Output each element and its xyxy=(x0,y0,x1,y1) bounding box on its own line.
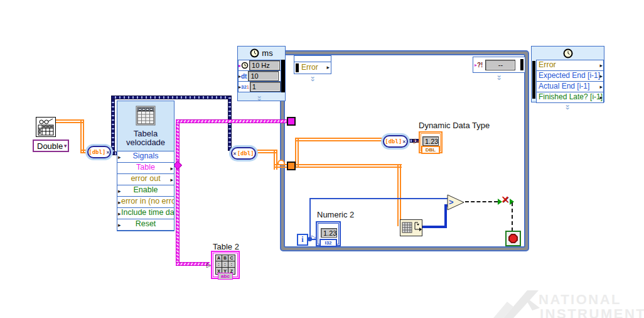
output-node-chevron[interactable]: ⌄⌄ xyxy=(561,103,574,108)
config-row-offset[interactable]: ▸ 32 1 1 xyxy=(238,81,281,92)
wire-array-out-h[interactable] xyxy=(422,226,447,228)
output-arrow-icon: ▸ xyxy=(599,95,603,101)
glasses-table-icon xyxy=(36,118,55,136)
wire-table-to-tunnel[interactable] xyxy=(176,119,287,123)
terminal-include-time[interactable]: ▸Include time dat xyxy=(117,207,174,219)
table2-indicator[interactable]: A B C : : : X Y Z abc xyxy=(211,251,240,279)
terminal-label: Signals xyxy=(133,151,159,160)
wire-dynamic-riser-right[interactable] xyxy=(228,96,232,151)
wire-table-to-table2[interactable] xyxy=(176,262,210,266)
loop-condition-terminal[interactable] xyxy=(505,231,521,246)
wire-broken-v[interactable] xyxy=(512,202,513,231)
combo-arrow-icon[interactable]: ▼ xyxy=(63,143,70,149)
loop-iteration-terminal[interactable]: i xyxy=(297,234,308,246)
dbl-type-tag: DBL xyxy=(421,146,440,154)
type-combo-double[interactable]: Double ▼ xyxy=(33,140,69,152)
config-node-bar xyxy=(281,60,285,92)
wire-orange-to-tunnel[interactable] xyxy=(274,164,288,168)
dynamic-indicator-value[interactable]: 1.23 xyxy=(422,136,439,146)
tunnel-orange-array[interactable] xyxy=(287,162,296,170)
input-arrow-icon: ▷ xyxy=(414,138,419,145)
table-reader-subvi-icon[interactable] xyxy=(36,117,56,137)
broken-wire-x-icon[interactable]: ✕ xyxy=(501,194,509,206)
numeric2-indicator[interactable]: 1.23 I32 xyxy=(316,221,341,246)
express-vi-title-line2: velocidade xyxy=(117,138,174,147)
wire-orange-to-gridnode-h[interactable] xyxy=(295,164,402,168)
cap2-body: [dbl] xyxy=(237,150,254,156)
array-size-node[interactable] xyxy=(400,219,422,236)
config-unit-label: ms xyxy=(262,48,272,58)
config-dt-value[interactable]: 10 xyxy=(248,71,279,81)
dynamic-data-indicator[interactable]: 1.23 DBL xyxy=(419,131,443,153)
timing-source-icon xyxy=(241,62,249,69)
terminal-label: Finished Late? [i-1] xyxy=(539,92,603,101)
wakeup-reason-icon: ?! xyxy=(477,62,483,69)
tunnel-pink-table[interactable] xyxy=(287,117,296,126)
terminal-label: error in (no error xyxy=(121,197,174,206)
terminal-reset[interactable]: ▸Reset xyxy=(117,219,174,231)
terminal-signals[interactable]: ▸Signals xyxy=(117,151,174,163)
output-node-header xyxy=(532,47,604,60)
i32-icon-sub: 1 xyxy=(247,85,249,89)
output-arrow-icon: ▸ xyxy=(599,84,603,90)
labview-block-diagram: NATIONAL INSTRUMENTS ✕ xyxy=(0,0,644,318)
cap3-body: [dbl] xyxy=(385,138,402,145)
wire-broken-h[interactable] xyxy=(465,201,498,202)
wire-i-to-comparison[interactable] xyxy=(309,198,449,199)
greater-than-node[interactable]: > xyxy=(447,194,465,211)
i32-icon: 32 xyxy=(241,84,247,90)
convert-to-dynamic-node-2[interactable]: [dbl]✕ xyxy=(383,135,408,148)
config-row-dt[interactable]: ▸ dt 10 xyxy=(238,70,281,82)
timed-loop-left-data-node[interactable]: Error ▸ xyxy=(294,55,331,74)
dynamic-indicator-label: Dynamic Data Type xyxy=(419,121,490,130)
wire-orange-to-cap3[interactable] xyxy=(295,138,384,141)
terminal-expected-end[interactable]: Expected End [i-1]▸ xyxy=(536,70,604,82)
timed-loop-config-node[interactable]: ms ▸ 10 Hz ▸ dt 10 ▸ 32 1 1 ⌄⌄ xyxy=(237,46,286,101)
left-node-chevron[interactable]: ⌄⌄ xyxy=(306,75,319,80)
express-vi-title-line1: Tabela xyxy=(117,129,174,138)
dt-label: dt xyxy=(241,73,247,80)
convert-to-dynamic-node[interactable]: [dbl]✕ xyxy=(87,146,111,158)
terminal-enable[interactable]: ▸Enable xyxy=(117,185,174,197)
terminal-label: Reset xyxy=(136,219,156,228)
ni-watermark: NATIONAL INSTRUMENTS xyxy=(493,288,644,318)
express-vi-tabela-velocidade[interactable]: Tabela velocidade ▸Signals Table▸ error … xyxy=(117,101,174,231)
wire-table-down[interactable] xyxy=(176,165,180,264)
stop-sign-icon xyxy=(508,234,518,243)
output-arrow-icon: ▸ xyxy=(170,165,173,171)
numeric2-value[interactable]: 1.23 xyxy=(321,228,337,238)
config-collapse-chevron[interactable]: ⌄⌄ xyxy=(253,94,266,99)
config-rate-value[interactable]: 10 Hz xyxy=(249,60,280,70)
convert-from-dynamic-node[interactable]: ✕[dbl] xyxy=(231,147,256,160)
terminal-actual-end[interactable]: Actual End [i-1]▸ xyxy=(536,81,604,92)
timed-loop-output-node[interactable]: Error▸ Expected End [i-1]▸ Actual End [i… xyxy=(531,46,604,102)
table-express-icon xyxy=(135,105,158,128)
wire-orange-to-gridnode-v[interactable] xyxy=(397,164,401,226)
wire-orange-icon-out-v[interactable] xyxy=(80,119,84,153)
wire-dynamic-top-h[interactable] xyxy=(111,96,232,99)
input-arrow-icon: ▸ xyxy=(118,188,121,194)
terminal-error-out[interactable]: error out▸ xyxy=(117,173,174,185)
output-arrow-icon: ▸ xyxy=(326,64,330,70)
clock-icon xyxy=(250,48,259,58)
wire-table-up[interactable] xyxy=(176,119,180,167)
wire-i-riser[interactable] xyxy=(309,199,311,240)
right-node-value[interactable]: -- xyxy=(485,60,515,70)
data-node-bar xyxy=(296,63,299,72)
cap1-body: [dbl] xyxy=(89,149,105,155)
cap1-x: ✕ xyxy=(106,149,109,155)
output-arrow-icon: ▸ xyxy=(599,63,603,69)
right-node-chevron[interactable]: ⌄⌄ xyxy=(493,74,505,79)
watermark-line2: INSTRUMENTS xyxy=(540,306,644,318)
wire-dynamic-riser-left[interactable] xyxy=(111,96,115,155)
terminal-error-in[interactable]: ▸error in (no error xyxy=(117,196,174,208)
config-row-rate[interactable]: ▸ 10 Hz xyxy=(238,60,281,71)
terminal-table[interactable]: Table▸ xyxy=(117,162,174,174)
input-arrow-icon: ▸ xyxy=(118,211,121,216)
config-offset-value[interactable]: 1 xyxy=(250,82,281,92)
cap3-x: ✕ xyxy=(402,138,405,145)
terminal-error[interactable]: Error▸ xyxy=(536,60,604,71)
wire-orange-cap2-out-h[interactable] xyxy=(255,150,276,153)
grid-arrow-icon xyxy=(400,219,422,236)
terminal-label: Expected End [i-1] xyxy=(539,71,600,80)
